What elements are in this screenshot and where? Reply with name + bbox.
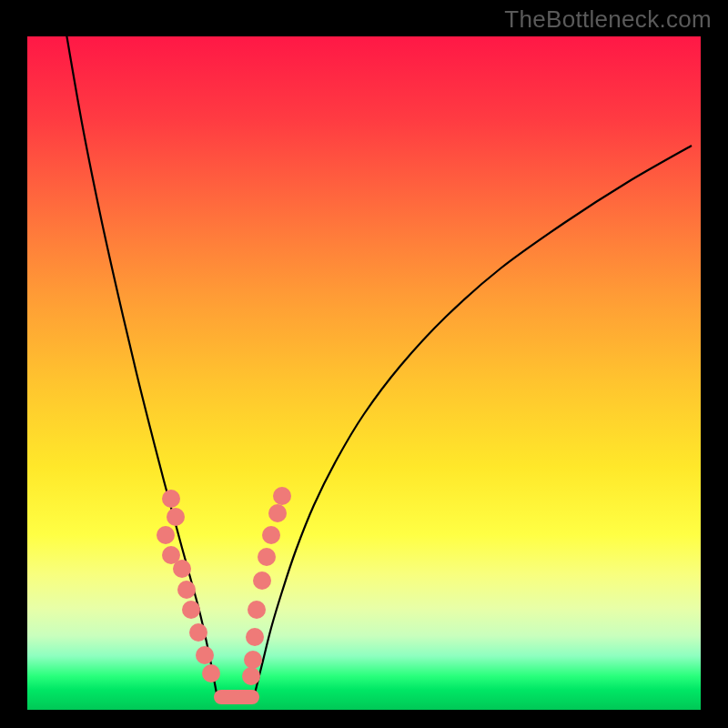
data-marker bbox=[246, 628, 264, 646]
data-marker bbox=[244, 651, 262, 669]
data-marker bbox=[177, 581, 196, 599]
plot-area bbox=[27, 36, 701, 710]
data-marker bbox=[182, 601, 200, 619]
valley-marker-blob bbox=[214, 690, 259, 704]
data-marker bbox=[253, 571, 271, 590]
chart-svg bbox=[27, 36, 701, 710]
chart-frame: TheBottleneck.com bbox=[0, 0, 728, 728]
data-marker bbox=[157, 526, 175, 544]
data-marker bbox=[268, 504, 287, 522]
marker-group bbox=[157, 487, 291, 704]
attribution-text: TheBottleneck.com bbox=[504, 5, 712, 34]
data-marker bbox=[258, 548, 276, 566]
right-curve bbox=[255, 146, 692, 693]
data-marker bbox=[167, 508, 185, 526]
data-marker bbox=[262, 526, 280, 544]
data-marker bbox=[196, 646, 214, 664]
data-marker bbox=[248, 601, 266, 619]
data-marker bbox=[162, 490, 180, 508]
data-marker bbox=[242, 667, 260, 685]
data-marker bbox=[173, 560, 191, 578]
data-marker bbox=[273, 487, 291, 505]
data-marker bbox=[189, 623, 207, 642]
data-marker bbox=[202, 664, 220, 682]
